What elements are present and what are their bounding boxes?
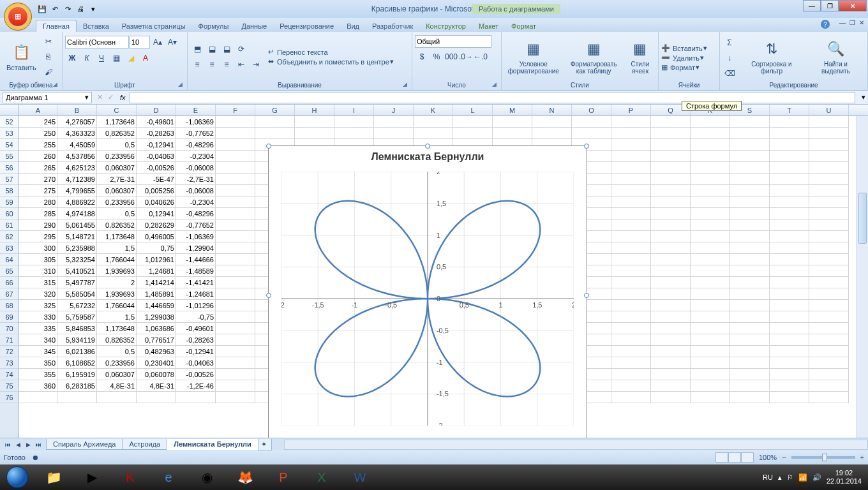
chart-plot-area[interactable]: -2-1,5-1-0,50,511,52-2-1,5-1-0,500,511,5… bbox=[281, 172, 574, 426]
cell[interactable]: 0,5 bbox=[97, 208, 137, 219]
cell[interactable]: 320 bbox=[19, 288, 57, 300]
chart-resize-handle-n[interactable] bbox=[425, 144, 430, 149]
taskbar-chrome[interactable]: ◉ bbox=[188, 465, 226, 489]
cell[interactable] bbox=[255, 116, 295, 128]
cell[interactable]: 0,776517 bbox=[137, 334, 176, 346]
cell[interactable] bbox=[611, 265, 651, 277]
row-header[interactable]: 63 bbox=[0, 242, 19, 254]
column-header-C[interactable]: C bbox=[97, 105, 137, 115]
alignment-dialog-launcher-icon[interactable]: ◢ bbox=[403, 81, 410, 89]
qat-print-icon[interactable]: 🖨 bbox=[75, 4, 86, 14]
cell[interactable]: 330 bbox=[19, 311, 57, 323]
cell[interactable]: -1,24681 bbox=[176, 288, 216, 300]
cell[interactable] bbox=[770, 231, 809, 242]
cell[interactable] bbox=[611, 174, 651, 185]
cell[interactable] bbox=[651, 242, 691, 254]
cell[interactable] bbox=[770, 265, 809, 277]
zoom-out-icon[interactable]: − bbox=[782, 454, 786, 461]
cell[interactable] bbox=[730, 254, 770, 265]
cell[interactable] bbox=[216, 219, 255, 231]
cell[interactable] bbox=[691, 174, 730, 185]
cell[interactable] bbox=[809, 231, 849, 242]
cell[interactable]: -0,77652 bbox=[176, 128, 216, 139]
tray-lang[interactable]: RU bbox=[763, 473, 773, 481]
cell[interactable] bbox=[97, 392, 137, 403]
cell[interactable] bbox=[691, 346, 730, 357]
cell[interactable] bbox=[216, 346, 255, 357]
cell[interactable]: 1,939693 bbox=[97, 265, 137, 277]
align-left-icon[interactable]: ≡ bbox=[190, 57, 204, 71]
align-middle-icon[interactable]: ⬓ bbox=[205, 42, 219, 56]
cell[interactable] bbox=[691, 357, 730, 369]
tab-data[interactable]: Данные bbox=[235, 20, 273, 32]
cell[interactable]: -0,06008 bbox=[176, 185, 216, 197]
cell[interactable]: 4,974188 bbox=[57, 208, 97, 219]
cell[interactable] bbox=[770, 128, 809, 139]
fx-icon[interactable]: fx bbox=[116, 94, 130, 101]
cell[interactable] bbox=[216, 139, 255, 151]
column-header-J[interactable]: J bbox=[374, 105, 414, 115]
help-icon[interactable]: ? bbox=[821, 20, 830, 29]
cell[interactable] bbox=[730, 392, 770, 403]
cell[interactable] bbox=[651, 174, 691, 185]
increase-decimal-icon[interactable]: .0→ bbox=[459, 50, 473, 64]
cell[interactable] bbox=[730, 323, 770, 334]
cell[interactable] bbox=[770, 139, 809, 151]
cell[interactable] bbox=[611, 139, 651, 151]
cell[interactable]: 0,12941 bbox=[137, 208, 176, 219]
number-format-select[interactable] bbox=[415, 35, 491, 48]
cell[interactable] bbox=[651, 357, 691, 369]
cell[interactable] bbox=[691, 162, 730, 174]
cell[interactable] bbox=[730, 162, 770, 174]
cell[interactable]: 1,299038 bbox=[137, 311, 176, 323]
cell[interactable] bbox=[770, 300, 809, 311]
cell[interactable] bbox=[691, 197, 730, 208]
cell[interactable] bbox=[691, 128, 730, 139]
tab-nav-last-icon[interactable]: ⏭ bbox=[33, 440, 43, 450]
column-header-E[interactable]: E bbox=[176, 105, 216, 115]
zoom-in-icon[interactable]: + bbox=[860, 454, 864, 461]
cell[interactable]: 1,063686 bbox=[137, 323, 176, 334]
cell[interactable] bbox=[651, 151, 691, 162]
cell[interactable]: -0,77652 bbox=[176, 219, 216, 231]
cell[interactable] bbox=[809, 208, 849, 219]
cell[interactable] bbox=[651, 197, 691, 208]
cell[interactable] bbox=[809, 197, 849, 208]
cell[interactable]: 5,235988 bbox=[57, 242, 97, 254]
cell[interactable] bbox=[611, 162, 651, 174]
format-as-table-button[interactable]: ▦ Форматировать как таблицу bbox=[564, 33, 624, 80]
cell[interactable]: 0,826352 bbox=[97, 334, 137, 346]
cell[interactable]: 6,283185 bbox=[57, 380, 97, 392]
cell[interactable]: 0,060307 bbox=[97, 162, 137, 174]
mdi-restore-icon[interactable]: ❐ bbox=[849, 19, 855, 26]
cell[interactable] bbox=[770, 197, 809, 208]
cell[interactable] bbox=[730, 311, 770, 323]
close-button[interactable]: ✕ bbox=[839, 0, 867, 11]
cell[interactable] bbox=[809, 185, 849, 197]
cell[interactable] bbox=[730, 380, 770, 392]
cell[interactable] bbox=[691, 369, 730, 380]
select-all-corner[interactable] bbox=[0, 105, 19, 115]
cell[interactable] bbox=[730, 369, 770, 380]
cell[interactable] bbox=[611, 151, 651, 162]
cell[interactable]: 0,233956 bbox=[97, 151, 137, 162]
cell[interactable] bbox=[651, 300, 691, 311]
cell[interactable]: 4,8E-31 bbox=[137, 380, 176, 392]
cell[interactable] bbox=[374, 128, 414, 139]
tab-nav-prev-icon[interactable]: ◀ bbox=[13, 440, 23, 450]
cell[interactable]: -0,48296 bbox=[176, 208, 216, 219]
cell[interactable]: -1,2E-46 bbox=[176, 380, 216, 392]
cell[interactable] bbox=[216, 208, 255, 219]
tab-view[interactable]: Вид bbox=[340, 20, 366, 32]
cell[interactable] bbox=[651, 254, 691, 265]
font-size-select[interactable] bbox=[130, 36, 150, 48]
taskbar-ie[interactable]: e bbox=[149, 465, 188, 489]
row-header[interactable]: 71 bbox=[0, 334, 19, 346]
row-header[interactable]: 52 bbox=[0, 116, 19, 128]
cell[interactable] bbox=[691, 219, 730, 231]
cell[interactable] bbox=[691, 139, 730, 151]
cell[interactable] bbox=[809, 369, 849, 380]
cell[interactable]: 340 bbox=[19, 334, 57, 346]
start-button[interactable] bbox=[0, 464, 34, 490]
cell[interactable]: 355 bbox=[19, 369, 57, 380]
